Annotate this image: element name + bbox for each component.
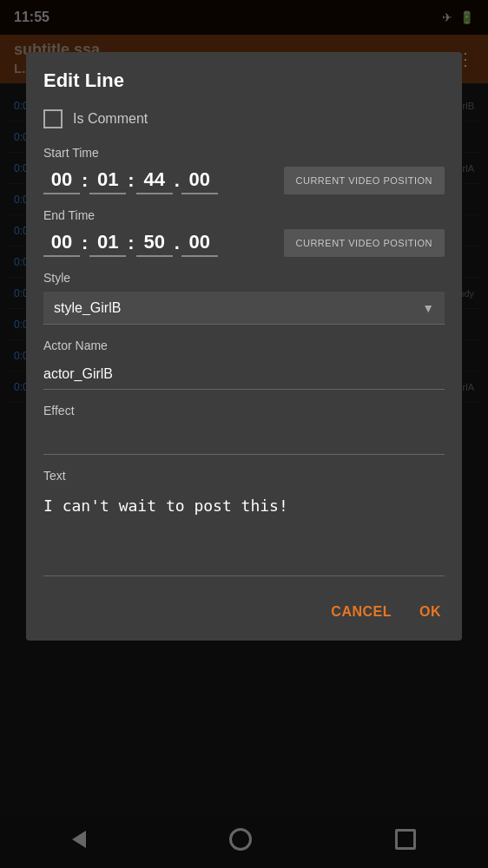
effect-input[interactable] bbox=[43, 424, 445, 455]
end-sep1: : bbox=[80, 232, 89, 254]
edit-line-dialog: Edit Line Is Comment Start Time 00 : 01 … bbox=[26, 52, 462, 641]
text-input[interactable]: I can't wait to post this! bbox=[43, 490, 445, 576]
style-dropdown-container[interactable]: style_GirlB style_GirlA style_Indy ▼ bbox=[43, 292, 445, 325]
end-hours[interactable]: 00 bbox=[43, 229, 80, 257]
end-centiseconds[interactable]: 00 bbox=[181, 229, 218, 257]
start-cvp-button[interactable]: CURRENT VIDEO POSITION bbox=[284, 167, 445, 194]
start-time-label: Start Time bbox=[43, 146, 445, 160]
start-sep1: : bbox=[80, 169, 89, 192]
ok-button[interactable]: OK bbox=[416, 597, 445, 627]
end-minutes[interactable]: 01 bbox=[89, 229, 126, 257]
dialog-title: Edit Line bbox=[43, 69, 445, 92]
end-seconds[interactable]: 50 bbox=[136, 229, 173, 257]
dialog-actions: CANCEL OK bbox=[43, 587, 445, 627]
end-time-label: End Time bbox=[43, 208, 445, 222]
effect-label: Effect bbox=[43, 404, 445, 418]
start-dot: . bbox=[173, 169, 181, 192]
text-label: Text bbox=[43, 469, 445, 483]
style-label: Style bbox=[43, 271, 445, 285]
style-dropdown[interactable]: style_GirlB style_GirlA style_Indy bbox=[43, 292, 445, 325]
actor-name-input[interactable] bbox=[43, 359, 445, 390]
start-time-row: 00 : 01 : 44 . 00 CURRENT VIDEO POSITION bbox=[43, 167, 445, 194]
end-cvp-button[interactable]: CURRENT VIDEO POSITION bbox=[284, 229, 445, 257]
is-comment-label: Is Comment bbox=[73, 111, 148, 127]
start-centiseconds[interactable]: 00 bbox=[181, 167, 218, 194]
end-dot: . bbox=[173, 232, 181, 254]
actor-name-label: Actor Name bbox=[43, 339, 445, 352]
start-sep2: : bbox=[126, 169, 135, 192]
end-time-row: 00 : 01 : 50 . 00 CURRENT VIDEO POSITION bbox=[43, 229, 445, 257]
start-minutes[interactable]: 01 bbox=[89, 167, 126, 194]
is-comment-checkbox[interactable] bbox=[43, 109, 63, 128]
cancel-button[interactable]: CANCEL bbox=[327, 597, 395, 627]
is-comment-row[interactable]: Is Comment bbox=[43, 109, 445, 128]
start-seconds[interactable]: 44 bbox=[136, 167, 173, 194]
start-hours[interactable]: 00 bbox=[43, 167, 80, 194]
end-sep2: : bbox=[126, 232, 135, 254]
